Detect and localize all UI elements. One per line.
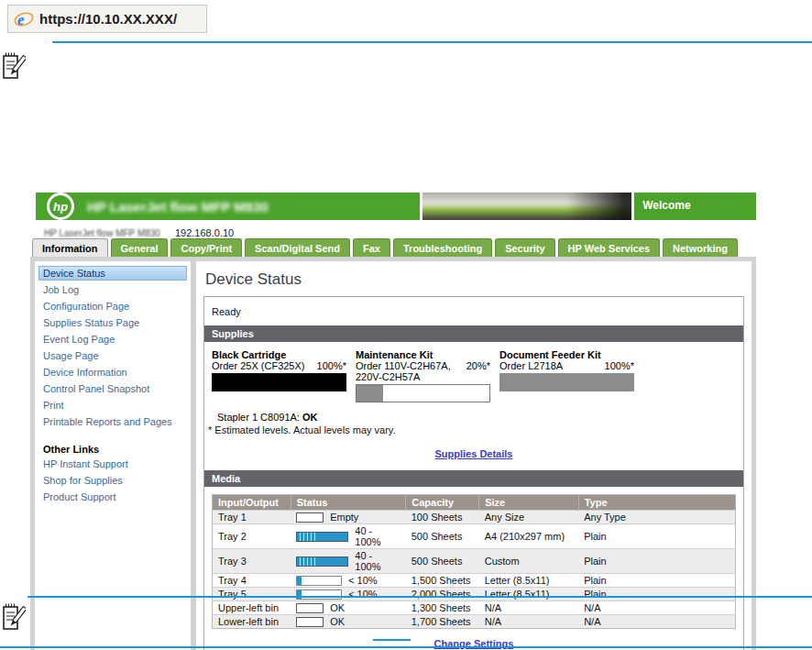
ews-header-banner: hp HP LaserJet flow MFP M830 Welcome (30, 193, 756, 220)
internet-explorer-icon: e (14, 9, 34, 29)
column-header-input-output: Input/Output (213, 495, 291, 511)
media-row-tray-3: Tray 340 - 100%500 SheetsCustomPlain (213, 549, 736, 574)
note-icon (2, 600, 26, 632)
media-input-output: Tray 2 (213, 524, 291, 549)
footer-short-rule (373, 639, 411, 641)
media-type: N/A (578, 601, 735, 615)
supply-order-row: Order L2718A100%* (499, 360, 634, 371)
ews-content-region: Device StatusJob LogConfiguration PageSu… (30, 257, 756, 650)
supply-level-percent: 20%* (466, 360, 490, 371)
bottom-divider-line (27, 596, 812, 598)
media-level-bar (296, 603, 324, 613)
sidebar-item-device-status[interactable]: Device Status (38, 266, 187, 281)
media-status-label: OK (330, 602, 345, 613)
supplies-area: Black CartridgeOrder 25X (CF325X)100%*Ma… (204, 342, 743, 406)
media-type: Any Type (578, 511, 735, 524)
footer-full-rule (0, 646, 812, 648)
sidebar-item-usage-page[interactable]: Usage Page (38, 348, 187, 363)
supply-name: Document Feeder Kit (499, 349, 634, 360)
media-size: N/A (479, 615, 578, 629)
tab-hp-web-services[interactable]: HP Web Services (558, 238, 660, 257)
media-input-output: Tray 4 (213, 574, 291, 588)
media-level-bar (296, 617, 324, 627)
tab-troubleshooting[interactable]: Troubleshooting (393, 238, 492, 257)
tab-scan-digital-send[interactable]: Scan/Digital Send (245, 238, 350, 257)
media-type: Plain (578, 574, 735, 588)
supplies-details-link-row: Supplies Details (204, 435, 743, 470)
sidebar-item-event-log-page[interactable]: Event Log Page (38, 332, 187, 347)
media-status-label: OK (330, 616, 345, 627)
supply-level-bar (499, 373, 634, 391)
tab-copy-print[interactable]: Copy/Print (170, 238, 242, 257)
main-panel: Device Status Ready Supplies Black Cartr… (196, 261, 752, 650)
supply-level-bar (212, 373, 346, 391)
media-capacity: 1,700 Sheets (406, 615, 479, 629)
media-status-cell: OK (291, 615, 406, 629)
tab-bar: InformationGeneralCopy/PrintScan/Digital… (30, 238, 756, 257)
media-capacity: 1,500 Sheets (406, 574, 479, 588)
other-link-product-support[interactable]: Product Support (38, 490, 187, 504)
media-status-cell: < 10% (291, 588, 406, 601)
media-status-label: Empty (330, 512, 358, 523)
supply-order-number: Order 25X (CF325X) (212, 360, 313, 371)
device-identity-line: HP LaserJet flow MFP M830 192.168.0.10 (30, 220, 756, 238)
supply-level-fill (357, 385, 383, 402)
banner-photo (422, 193, 631, 220)
top-divider-line (52, 41, 812, 43)
ews-banner-brand: hp HP LaserJet flow MFP M830 (36, 193, 420, 220)
media-size: Any Size (479, 511, 578, 524)
other-link-hp-instant-support[interactable]: HP Instant Support (38, 457, 187, 471)
sidebar-item-configuration-page[interactable]: Configuration Page (38, 299, 187, 314)
media-capacity: 500 Sheets (406, 524, 479, 549)
media-type: Plain (578, 524, 735, 549)
sidebar-nav: Device StatusJob LogConfiguration PageSu… (35, 261, 191, 650)
other-link-shop-for-supplies[interactable]: Shop for Supplies (38, 473, 187, 488)
browser-url-text[interactable]: https://10.10.XX.XXX/ (39, 11, 177, 27)
column-header-size: Size (479, 495, 578, 511)
supply-order-number: Order L2718A (499, 360, 601, 371)
page-title: Device Status (203, 267, 744, 296)
sidebar-item-print[interactable]: Print (38, 398, 187, 413)
banner-photo-image (422, 193, 631, 220)
media-status-label: < 10% (348, 589, 378, 600)
tab-security[interactable]: Security (495, 238, 554, 257)
page: { "browser": { "url": "https://10.10.XX.… (0, 0, 812, 650)
sidebar-other-links: HP Instant SupportShop for SuppliesProdu… (38, 457, 187, 504)
sidebar-item-supplies-status-page[interactable]: Supplies Status Page (38, 315, 187, 330)
media-status-label: 40 - 100% (355, 550, 400, 572)
supply-black-cartridge: Black CartridgeOrder 25X (CF325X)100%* (212, 349, 346, 402)
stapler-status-value: OK (302, 412, 318, 423)
media-status-label: < 10% (348, 575, 378, 586)
media-size: N/A (479, 601, 578, 615)
note-icon (2, 50, 26, 81)
media-input-output: Tray 1 (213, 511, 291, 524)
column-header-type: Type (578, 495, 735, 511)
tab-fax[interactable]: Fax (353, 238, 390, 257)
media-status-label: 40 - 100% (355, 525, 400, 547)
media-type: N/A (578, 615, 735, 629)
tab-general[interactable]: General (111, 238, 169, 257)
sidebar-item-printable-reports-and-pages[interactable]: Printable Reports and Pages (38, 414, 187, 429)
media-capacity: 100 Sheets (406, 511, 479, 524)
device-ip-address: 192.168.0.10 (175, 227, 234, 238)
sidebar-item-device-information[interactable]: Device Information (38, 365, 187, 380)
media-size: Letter (8.5x11) (479, 588, 578, 601)
media-capacity: 2,000 Sheets (406, 588, 479, 601)
column-header-capacity: Capacity (406, 495, 479, 511)
welcome-label: Welcome (634, 193, 756, 220)
media-input-output: Lower-left bin (213, 615, 291, 629)
media-section-header: Media (204, 470, 743, 487)
supply-order-row: Order 25X (CF325X)100%* (212, 360, 346, 371)
tab-networking[interactable]: Networking (663, 238, 738, 257)
tab-information[interactable]: Information (32, 238, 108, 257)
media-capacity: 500 Sheets (406, 549, 479, 574)
media-table: Input/OutputStatusCapacitySizeType Tray … (212, 494, 736, 629)
svg-text:e: e (17, 11, 25, 28)
other-links-header: Other Links (43, 444, 182, 455)
sidebar-item-job-log[interactable]: Job Log (38, 282, 187, 297)
media-input-output: Upper-left bin (213, 601, 291, 615)
supplies-details-link[interactable]: Supplies Details (435, 448, 513, 459)
sidebar-item-control-panel-snapshot[interactable]: Control Panel Snapshot (38, 381, 187, 396)
browser-address-bar[interactable]: e https://10.10.XX.XXX/ (7, 5, 207, 33)
supplies-section-header: Supplies (204, 325, 743, 342)
